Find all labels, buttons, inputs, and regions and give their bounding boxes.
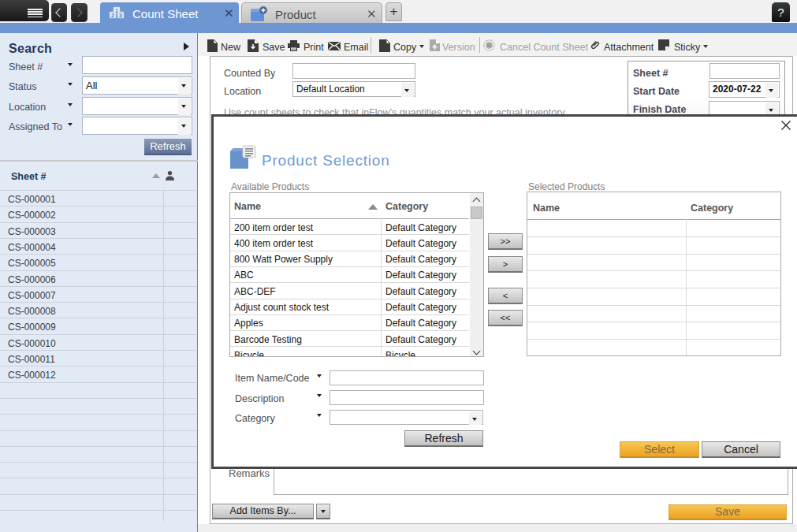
- svg-text:2: 2: [111, 13, 114, 18]
- svg-text:3: 3: [119, 13, 122, 18]
- svg-text:1: 1: [115, 8, 118, 13]
